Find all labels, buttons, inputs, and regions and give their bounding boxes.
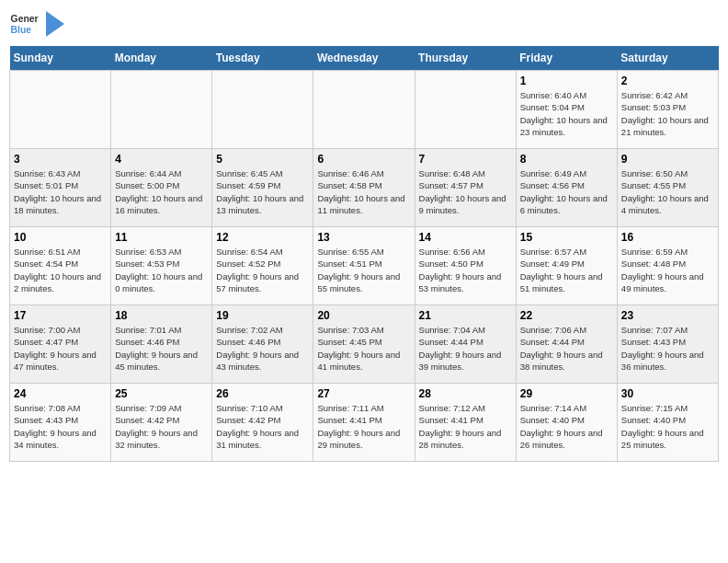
day-number: 8 [520, 153, 613, 166]
day-number: 27 [317, 387, 410, 400]
day-info: Sunrise: 6:49 AM Sunset: 4:56 PM Dayligh… [520, 167, 613, 216]
calendar-cell: 16Sunrise: 6:59 AM Sunset: 4:48 PM Dayli… [617, 227, 718, 305]
day-number: 7 [419, 153, 512, 166]
calendar-cell: 12Sunrise: 6:54 AM Sunset: 4:52 PM Dayli… [212, 227, 313, 305]
day-number: 30 [621, 387, 714, 400]
day-info: Sunrise: 7:10 AM Sunset: 4:42 PM Dayligh… [216, 402, 309, 451]
day-info: Sunrise: 6:59 AM Sunset: 4:48 PM Dayligh… [621, 246, 714, 294]
day-number: 21 [419, 309, 512, 322]
calendar-cell: 21Sunrise: 7:04 AM Sunset: 4:44 PM Dayli… [415, 305, 516, 384]
day-info: Sunrise: 6:56 AM Sunset: 4:50 PM Dayligh… [419, 246, 512, 294]
calendar-cell: 24Sunrise: 7:08 AM Sunset: 4:43 PM Dayli… [10, 384, 111, 462]
calendar-cell: 11Sunrise: 6:53 AM Sunset: 4:53 PM Dayli… [111, 227, 212, 305]
day-info: Sunrise: 7:03 AM Sunset: 4:45 PM Dayligh… [317, 324, 410, 373]
calendar-week-5: 24Sunrise: 7:08 AM Sunset: 4:43 PM Dayli… [10, 384, 719, 462]
calendar-cell: 28Sunrise: 7:12 AM Sunset: 4:41 PM Dayli… [415, 384, 516, 462]
calendar-week-4: 17Sunrise: 7:00 AM Sunset: 4:47 PM Dayli… [10, 305, 719, 384]
calendar-cell: 14Sunrise: 6:56 AM Sunset: 4:50 PM Dayli… [415, 227, 516, 305]
day-number: 1 [520, 75, 613, 87]
day-number: 4 [115, 153, 208, 166]
day-info: Sunrise: 7:02 AM Sunset: 4:46 PM Dayligh… [216, 324, 309, 373]
svg-text:Blue: Blue [11, 25, 32, 35]
calendar-cell: 26Sunrise: 7:10 AM Sunset: 4:42 PM Dayli… [212, 384, 313, 462]
day-info: Sunrise: 7:14 AM Sunset: 4:40 PM Dayligh… [520, 402, 613, 451]
calendar-week-1: 1Sunrise: 6:40 AM Sunset: 5:04 PM Daylig… [10, 71, 719, 149]
logo: General Blue [9, 9, 64, 39]
calendar-cell: 20Sunrise: 7:03 AM Sunset: 4:45 PM Dayli… [313, 305, 415, 384]
calendar-cell: 13Sunrise: 6:55 AM Sunset: 4:51 PM Dayli… [313, 227, 415, 305]
day-number: 6 [317, 153, 410, 166]
page-header: General Blue [9, 9, 719, 39]
day-info: Sunrise: 6:43 AM Sunset: 5:01 PM Dayligh… [14, 167, 107, 216]
day-info: Sunrise: 7:07 AM Sunset: 4:43 PM Dayligh… [621, 324, 714, 373]
day-header-thursday: Thursday [415, 46, 516, 71]
day-number: 24 [14, 387, 107, 400]
calendar-cell [313, 71, 415, 149]
day-info: Sunrise: 7:09 AM Sunset: 4:42 PM Dayligh… [115, 402, 208, 451]
day-number: 14 [419, 231, 512, 244]
day-info: Sunrise: 7:12 AM Sunset: 4:41 PM Dayligh… [419, 402, 512, 451]
day-number: 17 [14, 309, 107, 322]
day-number: 3 [14, 153, 107, 166]
calendar-cell: 23Sunrise: 7:07 AM Sunset: 4:43 PM Dayli… [617, 305, 718, 384]
day-info: Sunrise: 6:50 AM Sunset: 4:55 PM Dayligh… [621, 167, 714, 216]
calendar-cell: 6Sunrise: 6:46 AM Sunset: 4:58 PM Daylig… [313, 149, 415, 227]
calendar-header: SundayMondayTuesdayWednesdayThursdayFrid… [10, 46, 719, 71]
calendar-cell: 2Sunrise: 6:42 AM Sunset: 5:03 PM Daylig… [617, 71, 718, 149]
calendar-week-3: 10Sunrise: 6:51 AM Sunset: 4:54 PM Dayli… [10, 227, 719, 305]
svg-text:General: General [11, 14, 39, 24]
calendar-week-2: 3Sunrise: 6:43 AM Sunset: 5:01 PM Daylig… [10, 149, 719, 227]
logo-icon: General Blue [9, 9, 39, 39]
day-number: 11 [115, 231, 208, 244]
day-info: Sunrise: 6:51 AM Sunset: 4:54 PM Dayligh… [14, 246, 107, 294]
day-info: Sunrise: 7:08 AM Sunset: 4:43 PM Dayligh… [14, 402, 107, 451]
calendar-cell: 19Sunrise: 7:02 AM Sunset: 4:46 PM Dayli… [212, 305, 313, 384]
calendar-body: 1Sunrise: 6:40 AM Sunset: 5:04 PM Daylig… [10, 71, 719, 462]
day-header-saturday: Saturday [617, 46, 718, 71]
calendar-cell: 15Sunrise: 6:57 AM Sunset: 4:49 PM Dayli… [516, 227, 617, 305]
calendar-cell: 27Sunrise: 7:11 AM Sunset: 4:41 PM Dayli… [313, 384, 415, 462]
day-info: Sunrise: 6:45 AM Sunset: 4:59 PM Dayligh… [216, 167, 309, 216]
calendar-cell: 5Sunrise: 6:45 AM Sunset: 4:59 PM Daylig… [212, 149, 313, 227]
day-info: Sunrise: 6:55 AM Sunset: 4:51 PM Dayligh… [317, 246, 410, 294]
day-number: 18 [115, 309, 208, 322]
calendar-cell [415, 71, 516, 149]
day-number: 15 [520, 231, 613, 244]
day-info: Sunrise: 6:54 AM Sunset: 4:52 PM Dayligh… [216, 246, 309, 294]
day-number: 26 [216, 387, 309, 400]
calendar-cell: 7Sunrise: 6:48 AM Sunset: 4:57 PM Daylig… [415, 149, 516, 227]
day-number: 28 [419, 387, 512, 400]
calendar-cell: 4Sunrise: 6:44 AM Sunset: 5:00 PM Daylig… [111, 149, 212, 227]
calendar-cell: 18Sunrise: 7:01 AM Sunset: 4:46 PM Dayli… [111, 305, 212, 384]
calendar-cell: 8Sunrise: 6:49 AM Sunset: 4:56 PM Daylig… [516, 149, 617, 227]
day-number: 12 [216, 231, 309, 244]
day-number: 16 [621, 231, 714, 244]
calendar-cell: 30Sunrise: 7:15 AM Sunset: 4:40 PM Dayli… [617, 384, 718, 462]
day-number: 23 [621, 309, 714, 322]
logo-arrow-icon [46, 11, 64, 37]
day-info: Sunrise: 6:44 AM Sunset: 5:00 PM Dayligh… [115, 167, 208, 216]
day-info: Sunrise: 6:48 AM Sunset: 4:57 PM Dayligh… [419, 167, 512, 216]
day-header-tuesday: Tuesday [212, 46, 313, 71]
day-info: Sunrise: 6:42 AM Sunset: 5:03 PM Dayligh… [621, 89, 714, 138]
day-number: 9 [621, 153, 714, 166]
day-number: 2 [621, 75, 714, 87]
day-number: 13 [317, 231, 410, 244]
day-header-friday: Friday [516, 46, 617, 71]
day-header-monday: Monday [111, 46, 212, 71]
day-info: Sunrise: 6:57 AM Sunset: 4:49 PM Dayligh… [520, 246, 613, 294]
day-info: Sunrise: 7:06 AM Sunset: 4:44 PM Dayligh… [520, 324, 613, 373]
day-number: 22 [520, 309, 613, 322]
day-number: 5 [216, 153, 309, 166]
day-info: Sunrise: 7:11 AM Sunset: 4:41 PM Dayligh… [317, 402, 410, 451]
day-info: Sunrise: 7:04 AM Sunset: 4:44 PM Dayligh… [419, 324, 512, 373]
day-info: Sunrise: 6:53 AM Sunset: 4:53 PM Dayligh… [115, 246, 208, 294]
day-info: Sunrise: 6:46 AM Sunset: 4:58 PM Dayligh… [317, 167, 410, 216]
day-number: 19 [216, 309, 309, 322]
calendar-cell [111, 71, 212, 149]
calendar-cell: 17Sunrise: 7:00 AM Sunset: 4:47 PM Dayli… [10, 305, 111, 384]
day-info: Sunrise: 7:01 AM Sunset: 4:46 PM Dayligh… [115, 324, 208, 373]
day-header-wednesday: Wednesday [313, 46, 415, 71]
calendar-cell [212, 71, 313, 149]
calendar-cell: 10Sunrise: 6:51 AM Sunset: 4:54 PM Dayli… [10, 227, 111, 305]
